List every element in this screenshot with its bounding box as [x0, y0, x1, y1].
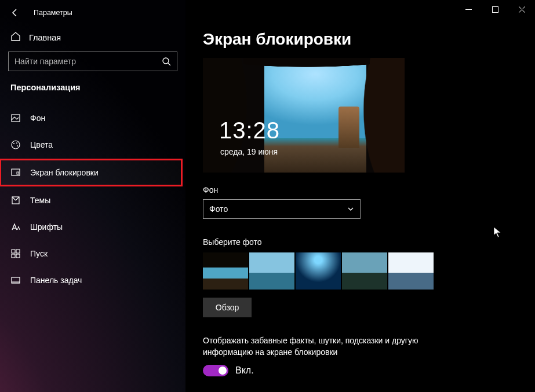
fonts-icon	[10, 222, 21, 232]
window-title: Параметры	[34, 9, 72, 17]
sidebar-item-label: Фон	[30, 113, 45, 123]
picture-icon	[10, 113, 21, 123]
sidebar-item-label: Экран блокировки	[30, 168, 99, 177]
fun-facts-text: Отображать забавные факты, шутки, подска…	[203, 335, 470, 358]
choose-photo-label: Выберите фото	[203, 237, 535, 247]
preview-date: среда, 19 июня	[220, 147, 278, 156]
section-title: Персонализация	[0, 71, 185, 105]
sidebar-item-start[interactable]: Пуск	[0, 240, 185, 267]
fun-facts-toggle-row: Вкл.	[203, 365, 535, 376]
taskbar-icon	[10, 275, 21, 285]
home-label: Главная	[29, 33, 61, 42]
lockscreen-icon	[10, 167, 21, 178]
sidebar-item-themes[interactable]: Темы	[0, 187, 185, 214]
home-icon	[10, 31, 21, 43]
sidebar-item-label: Панель задач	[30, 276, 82, 285]
svg-point-2	[12, 141, 20, 149]
thumbnail-2[interactable]	[249, 252, 294, 290]
sidebar-item-colors[interactable]: Цвета	[0, 131, 185, 158]
window-controls	[455, 0, 535, 19]
thumbnail-3[interactable]	[296, 252, 341, 290]
minimize-icon	[465, 6, 472, 13]
sidebar-item-label: Цвета	[30, 140, 53, 149]
close-button[interactable]	[508, 0, 535, 19]
search-box[interactable]	[8, 52, 177, 71]
minimize-button[interactable]	[455, 0, 482, 19]
svg-point-4	[16, 142, 17, 144]
search-input[interactable]	[14, 57, 157, 66]
maximize-icon	[492, 6, 498, 13]
svg-point-3	[13, 143, 14, 144]
palette-icon	[10, 140, 21, 150]
svg-rect-9	[12, 250, 15, 253]
toggle-state: Вкл.	[235, 365, 254, 376]
svg-point-5	[17, 145, 18, 146]
sidebar-item-label: Шрифты	[30, 222, 63, 232]
svg-rect-10	[16, 250, 20, 253]
sidebar-item-taskbar[interactable]: Панель задач	[0, 267, 185, 294]
close-icon	[519, 6, 525, 13]
svg-point-0	[163, 58, 169, 64]
thumbnail-5[interactable]	[388, 252, 434, 290]
arrow-left-icon	[10, 8, 20, 17]
svg-rect-11	[12, 254, 15, 258]
fun-facts-toggle[interactable]	[203, 365, 228, 376]
thumbnail-1[interactable]	[203, 252, 248, 290]
sidebar: Параметры Главная Персонализация Фон	[0, 0, 185, 392]
sidebar-item-label: Пуск	[30, 249, 48, 258]
chevron-down-icon	[347, 206, 354, 213]
main-content: Экран блокировки 13:28 среда, 19 июня Фо…	[185, 0, 535, 392]
background-label: Фон	[203, 185, 535, 195]
start-icon	[10, 248, 21, 259]
home-nav[interactable]: Главная	[0, 25, 185, 52]
svg-rect-7	[17, 172, 19, 174]
themes-icon	[10, 195, 21, 206]
titlebar: Параметры	[0, 0, 185, 25]
dropdown-value: Фото	[209, 204, 228, 214]
svg-rect-16	[492, 6, 498, 12]
sidebar-item-fonts[interactable]: Шрифты	[0, 214, 185, 240]
sidebar-item-lockscreen[interactable]: Экран блокировки	[0, 159, 182, 186]
sidebar-item-background[interactable]: Фон	[0, 105, 185, 131]
back-button[interactable]	[7, 5, 23, 21]
sidebar-nav: Фон Цвета Экран блокировки Темы	[0, 105, 185, 294]
preview-time: 13:28	[219, 118, 280, 144]
thumbnail-4[interactable]	[342, 252, 387, 290]
background-dropdown[interactable]: Фото	[203, 199, 361, 219]
search-icon	[162, 57, 171, 66]
browse-button[interactable]: Обзор	[203, 298, 252, 317]
sidebar-item-label: Темы	[30, 196, 50, 205]
lockscreen-preview: 13:28 среда, 19 июня	[203, 58, 405, 173]
svg-rect-12	[16, 254, 20, 258]
photo-thumbnails	[203, 252, 535, 290]
maximize-button[interactable]	[482, 0, 508, 19]
